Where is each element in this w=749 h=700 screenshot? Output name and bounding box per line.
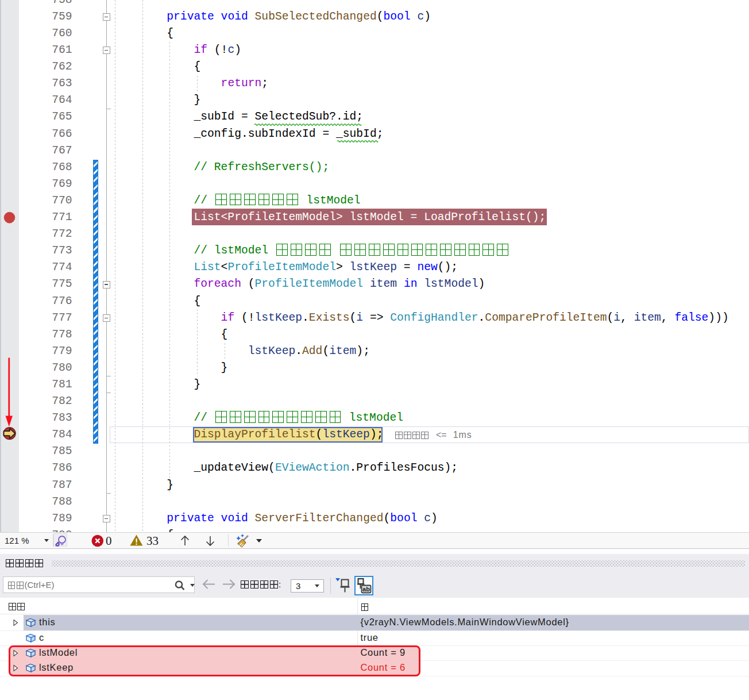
svg-text:ab: ab [362, 586, 370, 593]
